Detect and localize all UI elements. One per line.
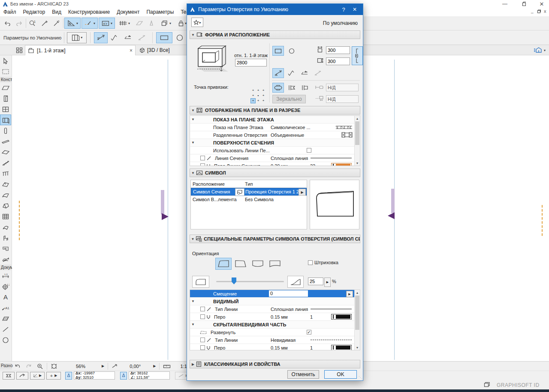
orientation-1-button[interactable] [215,258,232,270]
toolbox-group-misc[interactable]: Разно [0,363,12,370]
layers-button[interactable]: ▾ [158,18,174,29]
tool-fill[interactable] [0,313,11,324]
dialog-shape-circle-button[interactable] [286,46,297,56]
minimize-button[interactable]: — [498,0,512,8]
dialog-titlebar[interactable]: Параметры Отверстия по Умолчанию ? ✕ [187,4,363,15]
display-list-scrollbar[interactable]: ▲ ▼ [354,116,360,166]
column-type[interactable]: Тип [245,181,253,187]
cut-line-pen-checkbox[interactable] [200,163,205,166]
elevation-marker-left-arrow[interactable] [162,213,169,220]
menu-file[interactable]: Файл [0,9,20,15]
dialog-slope-3-button[interactable] [299,68,311,78]
rotation-menu-arrow[interactable]: ▶ [153,364,156,368]
windows-stack-icon[interactable] [484,382,490,387]
curvature-percent-input[interactable] [308,277,323,285]
doc-restore-icon[interactable] [537,9,541,13]
percent-spinner-button[interactable]: ▶ [324,277,331,287]
slope-option-2-button[interactable] [108,32,121,43]
marquee-mode-button[interactable] [3,372,15,380]
section-classification-header[interactable]: ▶ КЛАССИФИКАЦИЯ И СВОЙСТВА [190,360,360,368]
hidden-linetype-checkbox[interactable] [200,338,205,342]
coordinate-origin-button[interactable]: ▶ [30,372,45,380]
tracker-xy-field[interactable]: Δx: -19987 Δy: 32510 [74,371,115,380]
elevation-marker-right-arrow[interactable] [388,212,395,219]
tool-window[interactable] [0,104,11,115]
group-row-hidden[interactable]: ▼СКРЫТАЯ/НЕВИДИМАЯ ЧАСТЬ [190,321,354,329]
scroll-down-icon[interactable]: ▼ [355,160,360,166]
find-select-icon[interactable]: 1 [27,18,38,29]
visible-linetype-checkbox[interactable] [200,307,205,311]
set-square-button[interactable]: ▾ [64,18,81,29]
section-symbol-header[interactable]: ▼ СИМВОЛ [190,169,360,177]
pen-preview-black[interactable] [331,314,352,320]
tab-3d[interactable]: [3D / Все] [136,45,189,55]
section-display-header[interactable]: ▼ ОТОБРАЖЕНИЕ НА ПЛАНЕ И В РАЗРЕЗЕ [190,106,360,115]
list-row[interactable]: Использовать Линии Пе... [190,147,354,154]
tool-marquee[interactable] [0,66,11,77]
menu-view[interactable]: Вид [48,9,65,15]
symbol-row-visible[interactable]: Символ В...лемента Без Символа [191,196,307,203]
hidden-pen-checkbox[interactable] [200,345,205,350]
tool-wall[interactable] [0,82,11,93]
list-row[interactable]: Тип Линии Сплошная линия [190,305,354,313]
dialog-close-button[interactable]: ✕ [349,4,360,15]
slope-option-3-button[interactable] [121,32,135,43]
curvature-slider[interactable] [216,281,284,282]
maximize-button[interactable] [516,0,531,8]
visible-pen-checkbox[interactable] [200,314,205,319]
toolbox-group-construction[interactable]: Констр [0,77,12,82]
list-row[interactable]: Тип Линии Невидимая [190,336,354,344]
offset-value-cell[interactable]: 0 [269,290,308,297]
cut-line-checkbox[interactable] [200,156,205,160]
toolbox-group-documentation[interactable]: Докум [0,265,12,270]
list-row[interactable]: Перо 0.15 мм 1 [190,344,354,350]
dialog-slope-1-button[interactable] [272,68,284,78]
column-location[interactable]: Расположение [193,181,225,187]
resize-grip[interactable]: ⋱ [359,376,362,380]
dialog-slope-4-button[interactable] [312,68,324,78]
slope-option-4-button[interactable] [135,32,149,43]
quad-view-button[interactable] [15,46,24,54]
scroll-up-icon[interactable]: ▲ [355,116,360,121]
tool-label[interactable]: A1 [0,302,11,313]
menu-edit[interactable]: Редактор [20,9,49,15]
tool-curtain-wall[interactable] [0,211,11,222]
group-row-plan-display[interactable]: ▼ПОКАЗ НА ПЛАНЕ ЭТАЖА [190,116,354,124]
trace-reference-icon[interactable] [134,18,145,29]
tool-column[interactable] [0,125,11,136]
redo-button[interactable] [14,18,25,29]
snap-grid-button[interactable]: ▾ [116,18,133,29]
dialog-shape-rect-button[interactable] [272,46,284,56]
elevation-line-left[interactable] [168,60,168,360]
hatching-checkbox[interactable] [308,260,313,265]
menu-document[interactable]: Документ [113,9,143,15]
expand-checkbox[interactable]: ✓ [307,330,311,335]
orientation-4-button[interactable] [267,258,283,270]
symbol-type-popup-button[interactable]: ▶ [299,189,306,196]
scale-icon[interactable] [163,364,171,368]
width-input[interactable] [326,46,350,54]
height-input[interactable] [326,57,350,65]
list-row[interactable]: Развернуть ✓ [190,329,354,336]
offset-row-selected[interactable]: Смещение 0 ▶ [190,290,354,298]
list-row[interactable]: Перо Линии Сечения 0.20 мм 22 [190,162,354,166]
cancel-button[interactable]: Отменить [287,370,319,379]
help-button[interactable]: ? [338,4,349,15]
tool-door[interactable] [0,93,11,104]
section-special-header[interactable]: ▼ СПЕЦИАЛЬНЫЕ ПАРАМЕТРЫ СИМВОЛА ОТВЕРСТИ… [190,235,360,243]
undo-button[interactable] [2,18,13,29]
tool-circle[interactable] [0,335,11,345]
slider-thumb[interactable] [232,277,236,284]
list-row[interactable]: Показ на Плане Этажа Символическое ... [190,124,354,131]
tool-slab[interactable] [0,147,11,157]
favorites-button[interactable]: ▸ [191,18,203,27]
close-window-button[interactable]: ✕ [534,0,549,8]
dialog-slope-2-button[interactable] [286,68,297,78]
tool-mesh[interactable] [0,254,11,265]
elevation-marker-right-segment[interactable] [391,189,395,213]
tracker-ra-field[interactable]: Δr: 38162 ∠: 121,58° [129,371,170,380]
tool-level-dimension[interactable]: 1.2 [0,281,11,292]
pick-up-parameters-icon[interactable] [39,18,50,29]
use-lines-checkbox[interactable] [307,148,311,153]
elevation-input[interactable] [235,59,267,66]
